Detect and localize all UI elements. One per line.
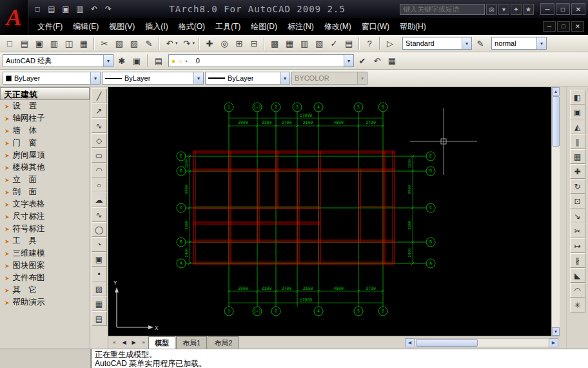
tab-layout2[interactable]: 布局2 [208,336,239,349]
copy-button[interactable]: ▧ [112,36,126,50]
drawing-canvas[interactable]: 2000210027002100480027901700020002100270… [108,87,551,336]
break-tool[interactable]: ∦ [570,253,585,268]
stretch-tool[interactable]: ↘ [570,209,585,223]
combo-arrow-icon[interactable]: ▾ [344,55,353,66]
doc-minimize-button[interactable]: ─ [543,21,556,32]
insert-block-tool[interactable]: ▣ [92,252,107,267]
undo-button[interactable]: ↶ [162,36,177,50]
tab-nav-last-icon[interactable]: » [139,338,148,347]
scroll-right-icon[interactable]: ▶ [549,338,558,347]
designcenter-button[interactable]: ▦ [282,36,297,50]
search-icon[interactable]: ◎ [486,4,497,15]
sidebar-item-stairs-other[interactable]: ➤楼梯其他 [0,161,90,174]
properties-button[interactable]: ▩ [268,36,282,50]
open-button[interactable]: ▤ [17,36,32,50]
scale-tool[interactable]: ⊡ [570,194,585,209]
pan-button[interactable]: ✚ [202,36,217,50]
make-object-layer-current-button[interactable]: ✔ [355,54,369,68]
save-button[interactable]: ▣ [32,36,46,50]
lineweight-combo[interactable]: ByLayer ▾ [205,72,290,85]
revcloud-tool[interactable]: ☁ [92,192,107,207]
text-style-pencil-icon[interactable]: ✎ [473,36,487,50]
menu-edit[interactable]: 编辑(E) [68,19,104,35]
menu-view[interactable]: 视图(V) [104,19,140,35]
search-input[interactable] [400,4,485,15]
vscroll-track[interactable] [552,147,560,327]
zoom-realtime-button[interactable]: ◎ [217,36,231,50]
combo-arrow-icon[interactable]: ▾ [103,55,113,66]
sidebar-title[interactable]: 天正建筑 [0,87,90,100]
close-button[interactable]: ✕ [571,3,585,15]
zoom-window-button[interactable]: ⊞ [232,36,246,50]
ellipse-arc-tool[interactable]: ◔ [92,237,107,252]
undo-button-dropdown-icon[interactable]: ▾ [175,41,178,46]
menu-modify[interactable]: 修改(M) [319,19,357,35]
save-workspace-button[interactable]: ▣ [130,54,144,68]
redo-button-dropdown-icon[interactable]: ▾ [193,41,195,46]
circle-tool[interactable]: ○ [92,178,107,192]
scroll-down-icon[interactable]: ▼ [552,327,560,336]
menu-file[interactable]: 文件(F) [32,19,68,35]
comm-center-icon[interactable]: ✦ [511,4,522,15]
mirror-tool[interactable]: ◭ [570,119,585,134]
scroll-left-icon[interactable]: ◀ [405,338,415,347]
zoom-previous-button[interactable]: ⊟ [247,36,261,50]
plot-button[interactable]: ▥ [47,36,61,50]
sidebar-item-section[interactable]: ➤剖 面 [0,186,90,198]
hatch-tool[interactable]: ▨ [92,281,107,296]
sidebar-item-axis-grid-column[interactable]: ➤轴网柱子 [0,112,90,125]
sidebar-item-door-window[interactable]: ➤门 窗 [0,137,90,149]
sidebar-item-help-demo[interactable]: ➤帮助演示 [0,296,90,309]
offset-tool[interactable]: ∥ [570,134,585,149]
combo-arrow-icon[interactable]: ▾ [536,37,546,49]
sidebar-item-text-table[interactable]: ➤文字表格 [0,198,90,210]
scroll-up-icon[interactable]: ▲ [552,87,560,96]
menu-tools[interactable]: 工具(T) [210,19,246,35]
workspace-settings-button[interactable]: ✱ [115,54,129,68]
copy-tool[interactable]: ▣ [570,105,585,119]
polyline-tool[interactable]: ∿ [92,118,107,133]
sidebar-item-room-roof[interactable]: ➤房间屋顶 [0,149,90,161]
ellipse-tool[interactable]: ◯ [92,222,107,237]
menu-format[interactable]: 格式(O) [173,19,210,35]
new-button[interactable]: □ [3,36,17,50]
menu-dimension[interactable]: 标注(N) [282,19,319,35]
redo-icon[interactable]: ↷ [102,3,115,15]
sidebar-item-symbol-annotation[interactable]: ➤符号标注 [0,223,90,235]
combo-arrow-icon[interactable]: ▾ [90,72,100,84]
minimize-button[interactable]: ─ [540,3,554,15]
save-icon[interactable]: ▣ [59,3,72,15]
redo-button[interactable]: ↷ [180,36,194,50]
sidebar-item-dimension[interactable]: ➤尺寸标注 [0,210,90,223]
color-combo[interactable]: ByLayer ▾ [3,72,101,85]
publish-button[interactable]: ▦ [77,36,91,50]
search-dropdown-icon[interactable]: ▾ [498,4,509,15]
table-tool[interactable]: ▤ [92,311,107,326]
tab-layout1[interactable]: 布局1 [176,336,207,349]
sidebar-item-tools[interactable]: ➤工 具 [0,235,90,247]
erase-tool[interactable]: ◧ [570,90,585,105]
paste-button[interactable]: ▨ [127,36,141,50]
workspace-combo[interactable]: AutoCAD 经典 ▾ [3,54,113,67]
tab-nav-first-icon[interactable]: « [110,338,119,347]
sidebar-item-elevation[interactable]: ➤立 面 [0,174,90,186]
combo-arrow-icon[interactable]: ▾ [280,72,289,84]
sheet-set-manager-button[interactable]: ▧ [312,36,326,50]
menu-help[interactable]: 帮助(H) [395,19,431,35]
linetype-combo[interactable]: ByLayer ▾ [102,72,204,85]
hscroll-thumb[interactable] [416,339,478,347]
open-file-icon[interactable]: ▤ [45,3,58,15]
fillet-tool[interactable]: ◠ [570,283,585,298]
tab-nav-next-icon[interactable]: ▶ [129,338,139,347]
region-tool[interactable]: ▦ [92,296,107,311]
sidebar-item-wall[interactable]: ➤墙 体 [0,125,90,137]
rotate-tool[interactable]: ↻ [570,179,585,194]
new-file-icon[interactable]: □ [31,3,44,15]
quickcalc-button[interactable]: ▤ [342,36,356,50]
doc-restore-button[interactable]: □ [557,21,570,32]
combo-arrow-icon[interactable]: ▾ [462,37,471,49]
array-tool[interactable]: ▦ [570,149,585,164]
horizontal-scrollbar[interactable]: ◀ ▶ [405,338,558,347]
trim-tool[interactable]: ✂ [570,223,585,238]
tool-palettes-button[interactable]: ▥ [297,36,311,50]
